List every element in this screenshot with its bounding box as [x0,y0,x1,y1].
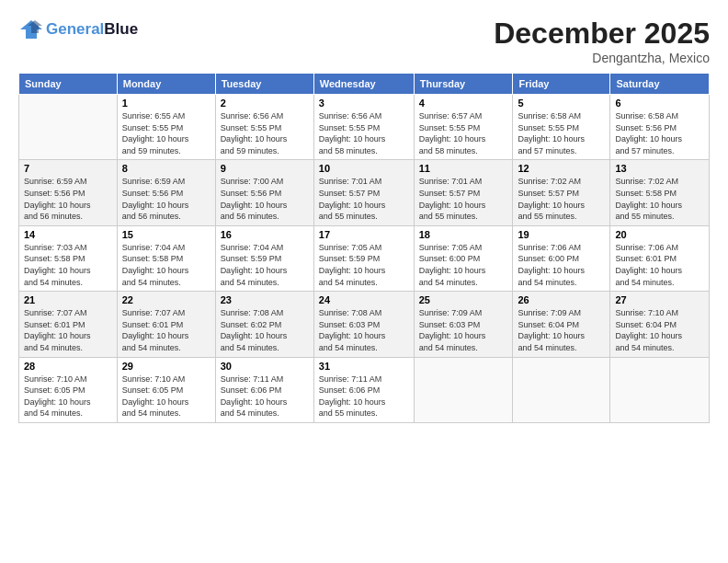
day-info: Sunrise: 7:11 AM Sunset: 6:06 PM Dayligh… [221,373,309,419]
day-info: Sunrise: 7:03 AM Sunset: 5:58 PM Dayligh… [24,242,112,288]
day-info: Sunrise: 7:05 AM Sunset: 6:00 PM Dayligh… [419,242,508,288]
day-number: 1 [122,98,210,109]
day-number: 3 [319,98,409,109]
calendar-cell [414,357,513,422]
calendar-cell: 22Sunrise: 7:07 AM Sunset: 6:01 PM Dayli… [117,292,215,357]
logo-blue: Blue [104,20,138,38]
weekday-header-row: SundayMondayTuesdayWednesdayThursdayFrid… [19,74,710,95]
calendar-cell: 18Sunrise: 7:05 AM Sunset: 6:00 PM Dayli… [414,225,513,291]
calendar-cell: 17Sunrise: 7:05 AM Sunset: 5:59 PM Dayli… [313,225,414,291]
day-info: Sunrise: 7:02 AM Sunset: 5:58 PM Dayligh… [615,176,704,222]
page: GeneralBlue December 2025 Dengantzha, Me… [0,0,728,563]
day-info: Sunrise: 7:09 AM Sunset: 6:03 PM Dayligh… [419,307,508,353]
day-info: Sunrise: 7:04 AM Sunset: 5:59 PM Dayligh… [221,242,309,288]
day-number: 10 [319,163,409,174]
day-info: Sunrise: 7:01 AM Sunset: 5:57 PM Dayligh… [419,176,508,222]
day-number: 6 [615,98,704,109]
calendar-cell: 13Sunrise: 7:02 AM Sunset: 5:58 PM Dayli… [610,160,710,225]
day-number: 4 [419,98,508,109]
day-info: Sunrise: 7:10 AM Sunset: 6:05 PM Dayligh… [122,373,210,419]
day-number: 19 [518,229,605,240]
week-row-1: 1Sunrise: 6:55 AM Sunset: 5:55 PM Daylig… [19,95,710,160]
calendar-cell: 26Sunrise: 7:09 AM Sunset: 6:04 PM Dayli… [513,292,610,357]
day-number: 22 [122,294,210,305]
day-number: 28 [24,361,112,372]
calendar-cell: 2Sunrise: 6:56 AM Sunset: 5:55 PM Daylig… [215,95,313,160]
day-number: 27 [615,294,704,305]
weekday-header-tuesday: Tuesday [215,74,313,95]
day-number: 7 [24,163,112,174]
calendar-cell: 19Sunrise: 7:06 AM Sunset: 6:00 PM Dayli… [513,225,610,291]
day-info: Sunrise: 6:57 AM Sunset: 5:55 PM Dayligh… [419,110,508,156]
day-info: Sunrise: 7:06 AM Sunset: 6:01 PM Dayligh… [615,242,704,288]
calendar-body: 1Sunrise: 6:55 AM Sunset: 5:55 PM Daylig… [19,95,710,423]
day-number: 5 [518,98,605,109]
day-info: Sunrise: 7:10 AM Sunset: 6:04 PM Dayligh… [615,307,704,353]
day-number: 13 [615,163,704,174]
weekday-header-wednesday: Wednesday [313,74,414,95]
calendar-cell [610,357,710,422]
calendar-cell: 8Sunrise: 6:59 AM Sunset: 5:56 PM Daylig… [117,160,215,225]
day-number: 8 [122,163,210,174]
day-info: Sunrise: 6:59 AM Sunset: 5:56 PM Dayligh… [24,176,112,222]
day-info: Sunrise: 7:04 AM Sunset: 5:58 PM Dayligh… [122,242,210,288]
day-number: 21 [24,294,112,305]
day-number: 18 [419,229,508,240]
day-info: Sunrise: 7:08 AM Sunset: 6:02 PM Dayligh… [221,307,309,353]
calendar-cell: 30Sunrise: 7:11 AM Sunset: 6:06 PM Dayli… [215,357,313,422]
day-info: Sunrise: 7:02 AM Sunset: 5:57 PM Dayligh… [518,176,605,222]
day-info: Sunrise: 6:55 AM Sunset: 5:55 PM Dayligh… [122,110,210,156]
day-info: Sunrise: 6:58 AM Sunset: 5:56 PM Dayligh… [615,110,704,156]
day-number: 14 [24,229,112,240]
calendar-cell: 11Sunrise: 7:01 AM Sunset: 5:57 PM Dayli… [414,160,513,225]
logo-icon [18,17,44,42]
calendar-cell: 9Sunrise: 7:00 AM Sunset: 5:56 PM Daylig… [215,160,313,225]
day-number: 30 [221,361,309,372]
calendar-cell: 23Sunrise: 7:08 AM Sunset: 6:02 PM Dayli… [215,292,313,357]
calendar-cell: 20Sunrise: 7:06 AM Sunset: 6:01 PM Dayli… [610,225,710,291]
calendar-cell: 28Sunrise: 7:10 AM Sunset: 6:05 PM Dayli… [19,357,118,422]
day-info: Sunrise: 7:11 AM Sunset: 6:06 PM Dayligh… [319,373,409,419]
calendar-cell: 3Sunrise: 6:56 AM Sunset: 5:55 PM Daylig… [313,95,414,160]
day-info: Sunrise: 7:07 AM Sunset: 6:01 PM Dayligh… [24,307,112,353]
weekday-header-thursday: Thursday [414,74,513,95]
day-info: Sunrise: 7:09 AM Sunset: 6:04 PM Dayligh… [518,307,605,353]
day-number: 17 [319,229,409,240]
title-block: December 2025 Dengantzha, Mexico [494,17,710,65]
day-number: 2 [221,98,309,109]
calendar-cell: 14Sunrise: 7:03 AM Sunset: 5:58 PM Dayli… [19,225,118,291]
location-subtitle: Dengantzha, Mexico [494,51,710,65]
day-info: Sunrise: 7:07 AM Sunset: 6:01 PM Dayligh… [122,307,210,353]
day-info: Sunrise: 6:56 AM Sunset: 5:55 PM Dayligh… [319,110,409,156]
logo: GeneralBlue [18,17,138,42]
week-row-4: 21Sunrise: 7:07 AM Sunset: 6:01 PM Dayli… [19,292,710,357]
day-number: 23 [221,294,309,305]
weekday-header-monday: Monday [117,74,215,95]
day-number: 20 [615,229,704,240]
calendar-cell [19,95,118,160]
calendar-cell: 6Sunrise: 6:58 AM Sunset: 5:56 PM Daylig… [610,95,710,160]
day-info: Sunrise: 7:10 AM Sunset: 6:05 PM Dayligh… [24,373,112,419]
day-number: 26 [518,294,605,305]
day-number: 24 [319,294,409,305]
day-number: 16 [221,229,309,240]
calendar-cell: 24Sunrise: 7:08 AM Sunset: 6:03 PM Dayli… [313,292,414,357]
calendar-cell: 29Sunrise: 7:10 AM Sunset: 6:05 PM Dayli… [117,357,215,422]
weekday-header-saturday: Saturday [610,74,710,95]
day-number: 31 [319,361,409,372]
calendar-cell: 27Sunrise: 7:10 AM Sunset: 6:04 PM Dayli… [610,292,710,357]
day-number: 25 [419,294,508,305]
day-info: Sunrise: 7:01 AM Sunset: 5:57 PM Dayligh… [319,176,409,222]
month-title: December 2025 [494,17,710,51]
header: GeneralBlue December 2025 Dengantzha, Me… [18,17,710,65]
calendar-cell: 7Sunrise: 6:59 AM Sunset: 5:56 PM Daylig… [19,160,118,225]
calendar-cell [513,357,610,422]
day-number: 15 [122,229,210,240]
day-info: Sunrise: 7:00 AM Sunset: 5:56 PM Dayligh… [221,176,309,222]
calendar-cell: 16Sunrise: 7:04 AM Sunset: 5:59 PM Dayli… [215,225,313,291]
calendar-table: SundayMondayTuesdayWednesdayThursdayFrid… [18,73,710,423]
day-info: Sunrise: 6:58 AM Sunset: 5:55 PM Dayligh… [518,110,605,156]
weekday-header-friday: Friday [513,74,610,95]
weekday-header-sunday: Sunday [19,74,118,95]
day-info: Sunrise: 7:08 AM Sunset: 6:03 PM Dayligh… [319,307,409,353]
